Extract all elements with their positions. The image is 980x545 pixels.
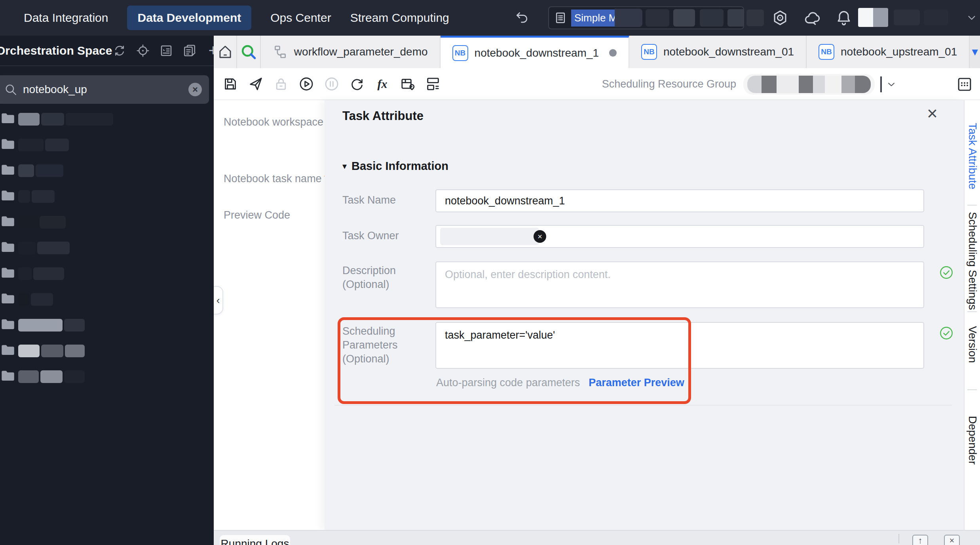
- document-panel-icon[interactable]: [159, 43, 174, 58]
- tree-item[interactable]: [0, 112, 214, 126]
- tree-item[interactable]: [0, 138, 214, 152]
- clear-search-icon[interactable]: ×: [188, 83, 202, 96]
- nav-item-ops-center[interactable]: Ops Center: [270, 11, 331, 25]
- add-node-button[interactable]: +: [205, 43, 214, 58]
- avatar-redacted: [873, 8, 888, 27]
- clear-owner-icon[interactable]: ×: [534, 230, 546, 243]
- running-logs-tab[interactable]: Running Logs: [220, 535, 290, 545]
- resource-config-button[interactable]: [399, 75, 416, 93]
- global-search-tab[interactable]: [237, 36, 260, 68]
- close-panel-button[interactable]: ×: [944, 535, 960, 545]
- chevron-down-icon[interactable]: [966, 12, 978, 24]
- tree-item[interactable]: [0, 267, 214, 280]
- tree-item[interactable]: [0, 344, 214, 358]
- folder-icon: [1, 344, 15, 358]
- close-icon[interactable]: ×: [927, 104, 938, 122]
- tree-item[interactable]: [0, 241, 214, 255]
- tab-label: notebook_upstream_01: [841, 46, 957, 58]
- tree-item[interactable]: [0, 215, 214, 229]
- tree-item[interactable]: [0, 293, 214, 306]
- redacted-text: [746, 10, 764, 26]
- layout-config-button[interactable]: [424, 75, 442, 93]
- copy-edit-icon[interactable]: [182, 43, 197, 58]
- right-tab-task-attribute[interactable]: Task Attribute: [966, 123, 979, 189]
- avatar[interactable]: [858, 8, 873, 27]
- workflow-icon: [273, 44, 288, 59]
- sidebar-toolbar: +: [112, 43, 214, 58]
- task-owner-label: Task Owner: [342, 229, 422, 243]
- task-name-label: Task Name: [342, 193, 422, 207]
- owner-redacted: [440, 228, 539, 245]
- platform-gear-icon[interactable]: [771, 9, 789, 27]
- notebook-workspace-label: Notebook workspace*: [224, 116, 330, 128]
- right-tab-strip: Task Attribute Scheduling Settings Versi…: [964, 100, 980, 530]
- tab-notebook-upstream-01[interactable]: NB notebook_upstream_01: [807, 36, 970, 68]
- run-button[interactable]: [298, 75, 315, 93]
- tree-item[interactable]: [0, 370, 214, 383]
- tree-item[interactable]: [0, 164, 214, 177]
- section-title: Basic Information: [351, 160, 448, 173]
- scheduling-parameters-textarea[interactable]: task_parameter='value': [435, 322, 924, 369]
- basic-information-section-header[interactable]: ▾ Basic Information: [342, 160, 448, 173]
- expand-panel-button[interactable]: ↑: [912, 535, 928, 545]
- description-textarea[interactable]: [435, 261, 924, 308]
- refresh-icon[interactable]: [112, 43, 127, 58]
- right-tab-dependencies[interactable]: Depender: [966, 416, 979, 465]
- nav-item-data-development[interactable]: Data Development: [127, 6, 251, 30]
- redacted-text: [646, 9, 669, 27]
- tab-notebook-downstream-1[interactable]: NB notebook_downstream_1: [441, 36, 629, 68]
- divider: [967, 205, 977, 206]
- tab-label: workflow_parameter_demo: [294, 46, 428, 58]
- notifications-bell-icon[interactable]: [835, 9, 853, 27]
- nav-item-data-integration[interactable]: Data Integration: [24, 11, 108, 25]
- panel-title: Task Attribute: [342, 109, 424, 123]
- search-icon: [4, 83, 17, 96]
- app-window: Data Integration Data Development Ops Ce…: [0, 0, 980, 545]
- scheduling-parameters-label: Scheduling Parameters (Optional): [342, 324, 414, 366]
- tree-item[interactable]: [0, 190, 214, 203]
- task-owner-input[interactable]: ×: [435, 225, 924, 248]
- editor-content: Notebook workspace* Notebook task name* …: [214, 100, 980, 530]
- save-button[interactable]: [222, 75, 239, 93]
- folder-icon: [1, 112, 15, 126]
- submit-button[interactable]: [247, 75, 264, 93]
- notebook-badge: NB: [641, 44, 657, 60]
- locate-icon[interactable]: [135, 43, 150, 58]
- cloud-icon[interactable]: [803, 9, 822, 27]
- editor-toolbar: fx Scheduling Resource Group: [214, 68, 980, 100]
- tab-label: notebook_downstream_1: [475, 47, 599, 59]
- preview-code-label: Preview Code: [224, 209, 290, 221]
- disclosure-triangle-icon: ▾: [342, 161, 347, 172]
- tab-notebook-downstream-01[interactable]: NB notebook_downstream_01: [629, 36, 807, 68]
- auto-parsing-label: Auto-parsing code parameters: [436, 377, 580, 389]
- section-divider: [334, 405, 952, 406]
- parameters-fx-button[interactable]: fx: [374, 75, 391, 93]
- tree-item[interactable]: [0, 318, 214, 332]
- folder-icon: [1, 241, 15, 255]
- divider: [967, 389, 977, 390]
- nav-item-stream-computing[interactable]: Stream Computing: [350, 11, 449, 25]
- folder-icon: [1, 138, 15, 152]
- sidebar-search[interactable]: ×: [0, 75, 209, 104]
- parameter-preview-link[interactable]: Parameter Preview: [589, 377, 684, 389]
- redacted-text: [727, 9, 744, 27]
- undo-icon[interactable]: [515, 10, 530, 25]
- collapse-panel-button[interactable]: ‹: [214, 286, 223, 314]
- task-attribute-panel: Task Attribute × ▾ Basic Information Tas…: [325, 100, 964, 530]
- editor-tabbar: workflow_parameter_demo NB notebook_down…: [214, 36, 980, 68]
- panel-grid-icon[interactable]: [956, 76, 973, 93]
- refresh-button[interactable]: [348, 75, 366, 93]
- divider: [967, 311, 977, 312]
- scheduling-resource-group[interactable]: Scheduling Resource Group: [602, 68, 897, 100]
- right-tab-version[interactable]: Version: [966, 326, 979, 363]
- tab-workflow-parameter-demo[interactable]: workflow_parameter_demo: [261, 36, 441, 68]
- workspace-selector[interactable]: Simple M: [548, 6, 744, 29]
- tab-label: notebook_downstream_01: [663, 46, 794, 58]
- folder-icon: [1, 318, 15, 332]
- redacted-text: [880, 76, 882, 92]
- home-tab[interactable]: [214, 36, 237, 68]
- tab-list-caret-icon[interactable]: ▼: [970, 46, 980, 58]
- task-name-input[interactable]: [435, 189, 924, 212]
- sidebar-search-input[interactable]: [23, 83, 188, 96]
- right-tab-scheduling-settings[interactable]: Scheduling Settings: [966, 212, 979, 310]
